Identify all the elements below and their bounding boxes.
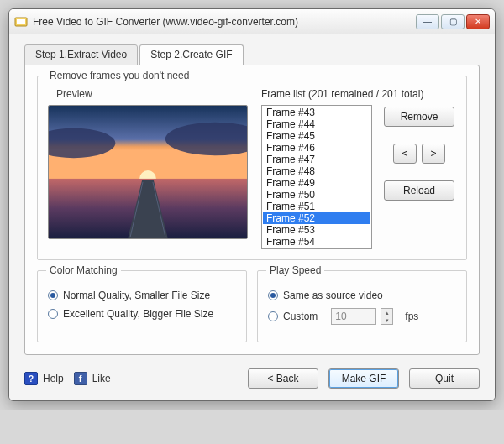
prev-frame-button[interactable]: < — [393, 144, 417, 164]
fps-unit-label: fps — [405, 311, 418, 322]
chevron-down-icon: ▾ — [381, 316, 392, 324]
list-item[interactable]: Frame #47 — [263, 154, 370, 165]
radio-icon — [48, 309, 58, 319]
radio-icon — [268, 311, 278, 321]
list-item-selected[interactable]: Frame #52 — [263, 212, 370, 224]
tab-step1[interactable]: Step 1.Extract Video — [24, 44, 138, 65]
preview-label: Preview — [56, 88, 249, 100]
minimize-button[interactable]: — — [416, 14, 439, 29]
help-icon: ? — [24, 372, 38, 385]
maximize-button[interactable]: ▢ — [441, 14, 465, 29]
tab-step2[interactable]: Step 2.Create GIF — [139, 44, 243, 65]
group-title-remove-frames: Remove frames you don't need — [46, 70, 192, 81]
list-item[interactable]: Frame #45 — [263, 130, 370, 142]
titlebar: Free Video to GIF Converter (www.video-g… — [9, 9, 495, 34]
radio-icon — [268, 290, 278, 300]
radio-custom-fps[interactable]: Custom 10 ▴▾ fps — [268, 308, 456, 325]
make-gif-button[interactable]: Make GIF — [328, 368, 399, 389]
chevron-up-icon: ▴ — [381, 309, 392, 316]
frame-list-column: Frame list (201 remained / 201 total) Fr… — [261, 88, 456, 249]
frame-list-label: Frame list (201 remained / 201 total) — [261, 88, 456, 100]
window-controls: — ▢ ✕ — [416, 14, 490, 29]
list-item[interactable]: Frame #46 — [263, 142, 370, 154]
group-color-matching: Color Matching Normal Quality, Smaller F… — [37, 270, 247, 342]
tab-panel: Remove frames you don't need Preview — [24, 65, 480, 355]
app-icon — [14, 15, 28, 29]
list-item[interactable]: Frame #48 — [263, 165, 370, 177]
list-item[interactable]: Frame #51 — [263, 201, 370, 212]
preview-image — [48, 105, 248, 239]
next-frame-button[interactable]: > — [422, 144, 445, 164]
list-item[interactable]: Frame #44 — [263, 118, 370, 130]
list-item[interactable]: Frame #54 — [263, 236, 370, 248]
group-title-speed: Play Speed — [266, 264, 324, 276]
group-title-color: Color Matching — [46, 264, 121, 276]
app-window: Free Video to GIF Converter (www.video-g… — [8, 8, 496, 401]
radio-label: Custom — [283, 311, 318, 322]
list-item[interactable]: Frame #49 — [263, 177, 370, 189]
frame-list-buttons: Remove < > Reload — [382, 105, 456, 249]
frame-listbox[interactable]: Frame #43 Frame #44 Frame #45 Frame #46 … — [261, 105, 372, 249]
list-item[interactable]: Frame #43 — [263, 107, 370, 118]
radio-label: Normal Quality, Smaller File Size — [63, 290, 210, 301]
help-label: Help — [43, 373, 64, 384]
preview-column: Preview — [48, 88, 249, 249]
help-link[interactable]: ? Help — [24, 372, 64, 385]
window-title: Free Video to GIF Converter (www.video-g… — [33, 16, 416, 28]
list-item[interactable]: Frame #53 — [263, 224, 370, 236]
close-button[interactable]: ✕ — [466, 14, 490, 29]
fps-input[interactable]: 10 — [331, 308, 376, 325]
client-area: Step 1.Extract Video Step 2.Create GIF R… — [9, 34, 495, 400]
tab-strip: Step 1.Extract Video Step 2.Create GIF — [24, 44, 480, 65]
footer-bar: ? Help f Like < Back Make GIF Quit — [24, 368, 480, 389]
reload-button[interactable]: Reload — [384, 180, 454, 201]
radio-normal-quality[interactable]: Normal Quality, Smaller File Size — [48, 290, 236, 301]
list-item[interactable]: Frame #50 — [263, 189, 370, 201]
radio-label: Same as source video — [283, 290, 383, 301]
remove-button[interactable]: Remove — [384, 107, 454, 127]
radio-same-as-source[interactable]: Same as source video — [268, 290, 456, 301]
svg-rect-1 — [17, 19, 25, 24]
radio-excellent-quality[interactable]: Excellent Quality, Bigger File Size — [48, 308, 236, 320]
like-link[interactable]: f Like — [74, 372, 111, 385]
group-remove-frames: Remove frames you don't need Preview — [37, 76, 467, 260]
radio-label: Excellent Quality, Bigger File Size — [63, 308, 213, 320]
back-button[interactable]: < Back — [248, 368, 318, 389]
quit-button[interactable]: Quit — [409, 368, 480, 389]
like-label: Like — [92, 373, 111, 384]
fps-spinner[interactable]: ▴▾ — [381, 308, 393, 325]
facebook-icon: f — [74, 372, 87, 385]
radio-icon — [48, 290, 58, 300]
group-play-speed: Play Speed Same as source video Custom 1… — [257, 270, 467, 342]
